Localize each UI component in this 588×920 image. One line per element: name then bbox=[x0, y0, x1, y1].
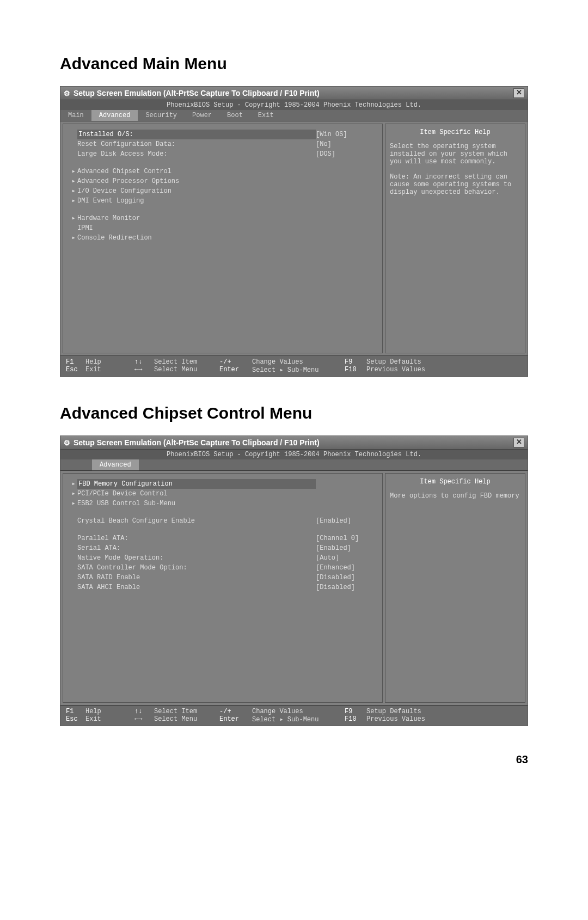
tab-power[interactable]: Power bbox=[185, 110, 219, 121]
chevron-right-icon bbox=[70, 149, 77, 159]
menu-item[interactable]: Serial ATA:[Enabled] bbox=[70, 543, 376, 553]
footer-label: Select Item bbox=[154, 358, 219, 366]
item-value bbox=[316, 489, 376, 499]
menu-item[interactable]: Reset Configuration Data:[No] bbox=[70, 139, 376, 149]
section-heading-2: Advanced Chipset Control Menu bbox=[60, 404, 528, 422]
menu-item[interactable]: ▸DMI Event Logging bbox=[70, 196, 376, 206]
footer-label: Setup Defaults bbox=[366, 708, 443, 715]
item-value bbox=[316, 223, 376, 233]
bios-window-2: ⚙ Setup Screen Emulation (Alt-PrtSc Capt… bbox=[60, 436, 528, 726]
item-label: IPMI bbox=[77, 223, 316, 233]
item-label: Installed O/S: bbox=[77, 130, 316, 139]
tab-advanced[interactable]: Advanced bbox=[91, 110, 138, 121]
item-value: [Channel 0] bbox=[316, 533, 376, 543]
item-label: Large Disk Access Mode: bbox=[77, 149, 316, 159]
menu-item[interactable]: IPMI bbox=[70, 223, 376, 233]
chevron-right-icon: ▸ bbox=[70, 479, 77, 489]
bios-main-panel: ▸FBD Memory Configuration▸PCI/PCIe Devic… bbox=[63, 473, 383, 703]
chevron-right-icon: ▸ bbox=[70, 499, 77, 508]
menu-item[interactable]: Native Mode Operation:[Auto] bbox=[70, 553, 376, 563]
menu-item[interactable]: Large Disk Access Mode:[DOS] bbox=[70, 149, 376, 159]
item-label: I/O Device Configuration bbox=[77, 186, 316, 196]
tab-main[interactable]: Main bbox=[60, 110, 91, 121]
item-label: Parallel ATA: bbox=[77, 533, 316, 543]
footer-label: Change Values bbox=[252, 708, 345, 715]
footer-label: Change Values bbox=[252, 358, 345, 366]
chevron-right-icon: ▸ bbox=[70, 213, 77, 223]
menu-item[interactable]: Crystal Beach Configure Enable[Enabled] bbox=[70, 516, 376, 526]
gear-icon: ⚙ bbox=[64, 89, 70, 97]
menu-item[interactable]: ▸FBD Memory Configuration bbox=[70, 479, 376, 489]
item-value: [Disabled] bbox=[316, 582, 376, 592]
footer-label: Setup Defaults bbox=[366, 358, 443, 366]
footer-key: F10 bbox=[345, 366, 366, 374]
item-label: Advanced Processor Options bbox=[77, 176, 316, 186]
titlebar: ⚙ Setup Screen Emulation (Alt-PrtSc Capt… bbox=[60, 87, 528, 100]
chevron-right-icon: ▸ bbox=[70, 176, 77, 186]
menu-item[interactable]: SATA RAID Enable[Disabled] bbox=[70, 573, 376, 582]
menu-item[interactable]: ▸Advanced Processor Options bbox=[70, 176, 376, 186]
bios-tabs-1: MainAdvancedSecurityPowerBootExit bbox=[60, 110, 528, 121]
chevron-right-icon: ▸ bbox=[70, 167, 77, 176]
tab-exit[interactable]: Exit bbox=[250, 110, 281, 121]
tab-advanced[interactable]: Advanced bbox=[92, 459, 139, 470]
footer-label: Exit bbox=[85, 366, 134, 374]
chevron-right-icon bbox=[70, 130, 77, 139]
bios-help-panel: Item Specific Help More options to confi… bbox=[385, 473, 525, 703]
menu-item[interactable]: ▸Advanced Chipset Control bbox=[70, 167, 376, 176]
item-label: FBD Memory Configuration bbox=[77, 479, 316, 489]
footer-key: ↑↓ bbox=[134, 358, 154, 366]
item-label: SATA RAID Enable bbox=[77, 573, 316, 582]
help-title: Item Specific Help bbox=[390, 128, 520, 136]
menu-item[interactable]: Parallel ATA:[Channel 0] bbox=[70, 533, 376, 543]
item-value: [No] bbox=[316, 139, 376, 149]
window-title: Setup Screen Emulation (Alt-PrtSc Captur… bbox=[74, 89, 320, 97]
close-icon[interactable]: ✕ bbox=[513, 88, 524, 98]
menu-item[interactable]: ▸PCI/PCIe Device Control bbox=[70, 489, 376, 499]
menu-item[interactable]: SATA AHCI Enable[Disabled] bbox=[70, 582, 376, 592]
item-label: ESB2 USB Control Sub-Menu bbox=[77, 499, 316, 508]
tab-security[interactable]: Security bbox=[138, 110, 185, 121]
chevron-right-icon bbox=[70, 573, 77, 582]
footer-key: Esc bbox=[66, 366, 85, 374]
menu-item[interactable]: ▸Hardware Monitor bbox=[70, 213, 376, 223]
item-label: SATA Controller Mode Option: bbox=[77, 563, 316, 573]
item-value: [Disabled] bbox=[316, 573, 376, 582]
item-value bbox=[316, 196, 376, 206]
item-label: PCI/PCIe Device Control bbox=[77, 489, 316, 499]
close-icon[interactable]: ✕ bbox=[513, 438, 524, 447]
chevron-right-icon bbox=[70, 563, 77, 573]
menu-item[interactable]: ▸I/O Device Configuration bbox=[70, 186, 376, 196]
bios-tabs-2: Advanced bbox=[60, 459, 528, 471]
tab-boot[interactable]: Boot bbox=[219, 110, 250, 121]
item-label: Hardware Monitor bbox=[77, 213, 316, 223]
chevron-right-icon bbox=[70, 543, 77, 553]
item-value: [Auto] bbox=[316, 553, 376, 563]
footer-key: Enter bbox=[219, 715, 252, 723]
footer-label: Select ▸ Sub-Menu bbox=[252, 366, 345, 374]
footer-key: ←→ bbox=[134, 715, 154, 723]
bios-copyright: PhoenixBIOS Setup - Copyright 1985-2004 … bbox=[60, 100, 528, 110]
chevron-right-icon bbox=[70, 582, 77, 592]
help-text: Select the operating system installed on… bbox=[390, 143, 520, 196]
footer-key: F1 bbox=[66, 358, 85, 366]
menu-item[interactable]: ▸ESB2 USB Control Sub-Menu bbox=[70, 499, 376, 508]
item-label: Reset Configuration Data: bbox=[77, 139, 316, 149]
item-value: [Enabled] bbox=[316, 516, 376, 526]
footer-label: Select Menu bbox=[154, 366, 219, 374]
help-title: Item Specific Help bbox=[390, 478, 520, 486]
menu-item[interactable]: ▸Console Redirection bbox=[70, 233, 376, 243]
footer-key: -/+ bbox=[219, 358, 252, 366]
item-value bbox=[316, 233, 376, 243]
chevron-right-icon bbox=[70, 516, 77, 526]
footer-key: F9 bbox=[345, 708, 366, 715]
item-value bbox=[316, 213, 376, 223]
menu-item[interactable]: Installed O/S:[Win OS] bbox=[70, 130, 376, 139]
menu-item[interactable]: SATA Controller Mode Option:[Enhanced] bbox=[70, 563, 376, 573]
footer-key: ←→ bbox=[134, 366, 154, 374]
item-label: Native Mode Operation: bbox=[77, 553, 316, 563]
help-text: More options to config FBD memory bbox=[390, 492, 520, 500]
bios-footer: F1Help↑↓Select Item-/+Change ValuesF9Set… bbox=[60, 355, 528, 376]
item-value: [Enabled] bbox=[316, 543, 376, 553]
chevron-right-icon: ▸ bbox=[70, 489, 77, 499]
